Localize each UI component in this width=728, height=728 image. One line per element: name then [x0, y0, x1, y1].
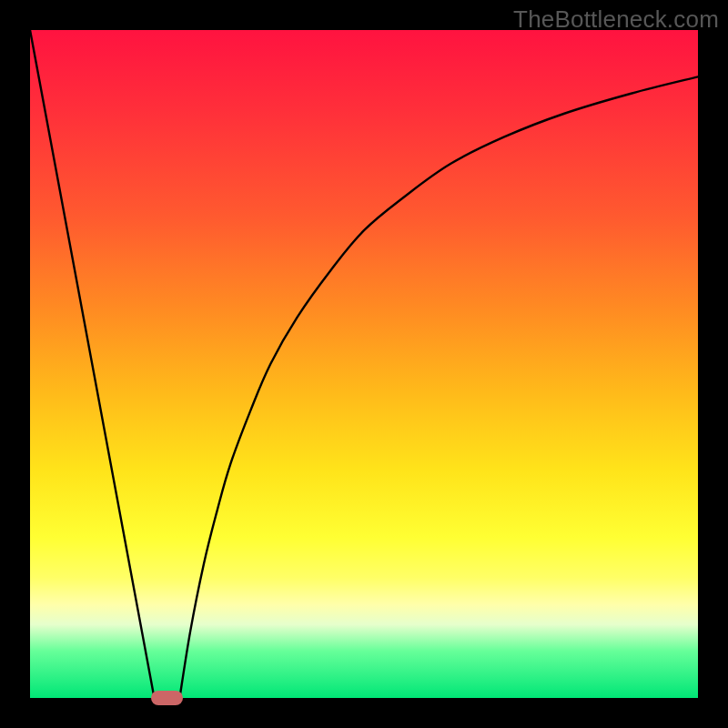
bottleneck-marker [151, 691, 184, 705]
chart-frame: TheBottleneck.com [0, 0, 728, 728]
series-left-linear-descent [30, 30, 155, 698]
watermark-label: TheBottleneck.com [513, 5, 719, 34]
plot-svg [30, 30, 698, 698]
plot-area [30, 30, 698, 698]
series-right-log-ascent [179, 76, 698, 698]
